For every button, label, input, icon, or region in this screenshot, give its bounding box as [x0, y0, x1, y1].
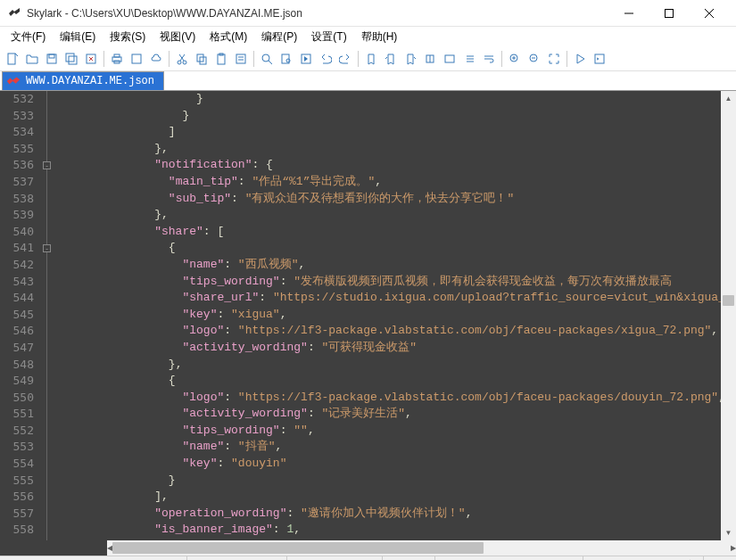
find-in-files-icon[interactable] [277, 50, 295, 68]
status-lang: △ JSON [435, 556, 583, 560]
terminal-icon[interactable] [591, 50, 608, 68]
close-button[interactable] [689, 0, 729, 26]
horizontal-scroll-row: ◀ ▶ [0, 540, 736, 556]
status-files: 1 个文件, 时间戳: 2022-10-25 17:35:2 [0, 556, 187, 560]
preview-icon[interactable] [128, 50, 145, 68]
svg-line-29 [269, 61, 272, 64]
code-area[interactable]: } } ] }, "notification": { "main_tip": "… [54, 91, 721, 540]
highlight-icon[interactable] [421, 50, 439, 68]
svg-rect-16 [132, 54, 141, 63]
status-cursor: 光标 (行 581, 列 4) [187, 556, 287, 560]
close-file-icon[interactable] [82, 50, 100, 68]
list-icon[interactable] [460, 50, 478, 68]
tabbar: WWW.DAYANZAI.ME.json [0, 71, 736, 91]
titlebar: Skylark - C:\Users\XU\Desktop\WWW.DAYANZ… [0, 0, 736, 27]
menu-search[interactable]: 搜索(S) [103, 28, 153, 46]
svg-rect-14 [114, 54, 120, 57]
undo-icon[interactable] [317, 50, 335, 68]
horizontal-scrollbar[interactable]: ◀ ▶ [107, 540, 736, 556]
hex-icon[interactable] [441, 50, 459, 68]
svg-rect-8 [66, 54, 74, 62]
status-fileinfo: 文件: 27353/23319 (字 [583, 556, 704, 560]
menu-help[interactable]: 帮助(H) [354, 28, 405, 46]
file-tab[interactable]: WWW.DAYANZAI.ME.json [2, 71, 164, 90]
svg-rect-9 [69, 56, 77, 64]
vertical-scrollbar[interactable]: ▲ ▼ [721, 91, 736, 540]
app-icon [7, 6, 21, 21]
run-icon[interactable] [571, 50, 589, 68]
tab-label: WWW.DAYANZAI.ME.json [26, 75, 154, 87]
maximize-button[interactable] [649, 0, 689, 26]
paste-icon[interactable] [212, 50, 230, 68]
svg-line-20 [179, 54, 184, 61]
svg-line-19 [180, 54, 185, 61]
save-all-icon[interactable] [62, 50, 80, 68]
scroll-right-icon[interactable]: ▶ [731, 540, 736, 556]
statusbar: 1 个文件, 时间戳: 2022-10-25 17:35:2 光标 (行 581… [0, 556, 736, 560]
fullscreen-icon[interactable] [545, 50, 563, 68]
scroll-down-icon[interactable]: ▼ [721, 525, 736, 540]
menu-view[interactable]: 视图(V) [153, 28, 203, 46]
svg-rect-25 [236, 54, 245, 63]
clipboard-list-icon[interactable] [232, 50, 250, 68]
status-eol: △ Unix换行符 (\n) [287, 556, 383, 560]
bookmark-prev-icon[interactable] [382, 50, 400, 68]
svg-rect-23 [218, 54, 225, 64]
cloud-icon[interactable] [147, 50, 165, 68]
menu-settings[interactable]: 设置(T) [304, 28, 353, 46]
menu-format[interactable]: 格式(M) [203, 28, 254, 46]
redo-icon[interactable] [336, 50, 354, 68]
copy-icon[interactable] [193, 50, 211, 68]
bookmark-next-icon[interactable] [401, 50, 419, 68]
status-mode: 读写 [704, 556, 736, 560]
menu-file[interactable]: 文件(F) [4, 28, 53, 46]
svg-point-18 [183, 61, 186, 64]
print-icon[interactable] [108, 50, 126, 68]
zoom-in-icon[interactable] [506, 50, 524, 68]
svg-point-17 [178, 61, 181, 64]
window-controls [608, 0, 729, 26]
menu-edit[interactable]: 编辑(E) [53, 28, 103, 46]
bookmark-icon[interactable] [362, 50, 380, 68]
fold-column[interactable]: -- [41, 91, 54, 540]
tab-file-icon [6, 76, 21, 86]
toolbar [0, 46, 736, 71]
find-icon[interactable] [258, 50, 276, 68]
status-encoding: △ UTF-8 [383, 556, 435, 560]
menubar: 文件(F) 编辑(E) 搜索(S) 视图(V) 格式(M) 编程(P) 设置(T… [0, 27, 736, 46]
svg-rect-35 [445, 55, 454, 62]
svg-point-28 [262, 54, 269, 62]
new-file-icon[interactable] [4, 50, 21, 68]
save-icon[interactable] [43, 50, 61, 68]
zoom-out-icon[interactable] [525, 50, 543, 68]
line-gutter: 5325335345355365375385395405415425435445… [0, 91, 41, 540]
scroll-up-icon[interactable]: ▲ [721, 91, 736, 106]
svg-rect-1 [665, 9, 673, 17]
wrap-icon[interactable] [480, 50, 498, 68]
window-title: Skylark - C:\Users\XU\Desktop\WWW.DAYANZ… [27, 7, 608, 20]
find-next-icon[interactable] [297, 50, 315, 68]
open-file-icon[interactable] [23, 50, 41, 68]
svg-rect-4 [8, 54, 15, 64]
editor: 5325335345355365375385395405415425435445… [0, 91, 736, 540]
menu-program[interactable]: 编程(P) [254, 28, 304, 46]
minimize-button[interactable] [608, 0, 649, 26]
cut-icon[interactable] [173, 50, 191, 68]
svg-rect-7 [49, 54, 54, 58]
